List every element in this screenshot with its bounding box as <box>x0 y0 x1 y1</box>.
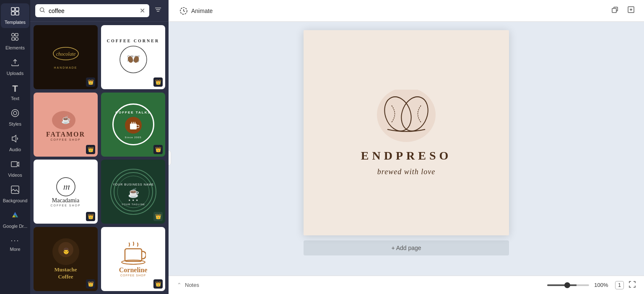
svg-rect-40 <box>612 8 616 13</box>
main-area: Animate ‹ <box>169 0 644 294</box>
text-icon: T <box>12 83 18 94</box>
template-card-chocolate[interactable]: chocolate HANDMADE 👑 <box>34 25 98 89</box>
search-input-wrapper[interactable]: ✕ <box>35 4 149 17</box>
svg-rect-2 <box>11 12 15 15</box>
svg-text:YOUR BUSINESS NAME: YOUR BUSINESS NAME <box>113 183 154 186</box>
templates-icon <box>10 7 20 18</box>
svg-text:👨: 👨 <box>62 248 70 255</box>
chocolate-logo-svg: chocolate <box>49 45 83 66</box>
svg-rect-10 <box>11 162 17 167</box>
fullscreen-button[interactable] <box>629 281 636 289</box>
page-count-button[interactable]: 1 <box>615 281 624 289</box>
template-card-corneline[interactable]: Corneline COFFEE SHOP 👑 <box>101 227 165 291</box>
add-page-top-button[interactable] <box>625 3 637 18</box>
sidebar: Templates Elements Uploads T Text <box>0 0 30 294</box>
crown-badge-macadamia: 👑 <box>86 212 95 221</box>
corneline-name: Corneline <box>119 266 148 274</box>
template-card-coffee-talks[interactable]: COFFEE TALKS Since 2005 👑 <box>101 93 165 157</box>
sidebar-item-videos-label: Videos <box>8 173 22 178</box>
styles-icon <box>10 108 20 120</box>
svg-rect-5 <box>15 34 18 36</box>
sidebar-item-more[interactable]: ··· More <box>1 233 29 255</box>
svg-rect-0 <box>11 8 15 11</box>
crown-badge-coffee-talks: 👑 <box>153 145 163 154</box>
elements-icon <box>10 32 20 44</box>
svg-text:𝔪: 𝔪 <box>62 181 70 192</box>
sidebar-item-templates-label: Templates <box>5 20 26 25</box>
mustache-svg: 👨 <box>47 237 85 266</box>
svg-rect-3 <box>16 12 19 15</box>
crown-badge-green-badge: 👑 <box>153 212 163 221</box>
sidebar-item-audio-label: Audio <box>9 147 21 152</box>
template-card-macadamia[interactable]: 𝔪 Macadamia COFFEE SHOP 👑 <box>34 160 98 224</box>
audio-icon <box>10 134 20 145</box>
svg-point-38 <box>122 260 145 264</box>
template-card-fatamor[interactable]: ☕ FATAMOR COFFEE SHOP 👑 <box>34 93 98 157</box>
google-drive-icon <box>10 211 20 222</box>
notes-chevron-up-button[interactable]: ⌃ <box>177 282 182 288</box>
collapse-panel-handle[interactable]: ‹ <box>169 150 171 165</box>
coffee-corner-content: COFFEE CORNER Cafe and Roastery <box>107 39 159 76</box>
coffee-talks-circle: COFFEE TALKS Since 2005 <box>112 103 154 145</box>
canvas-brand-name: ENDPRESO <box>361 149 452 162</box>
animate-icon <box>179 7 188 15</box>
sidebar-item-elements-label: Elements <box>5 45 25 50</box>
filter-button[interactable] <box>153 4 164 17</box>
fatamor-name: FATAMOR <box>46 131 85 138</box>
chocolate-subtitle: HANDMADE <box>54 66 77 69</box>
templates-grid: chocolate HANDMADE 👑 COFFEE CORNER Cafe … <box>30 22 169 294</box>
svg-text:chocolate: chocolate <box>56 51 75 57</box>
canvas-wrapper: ENDPRESO brewed with love + Add page <box>169 22 644 276</box>
search-bar: ✕ <box>30 0 169 22</box>
sidebar-item-elements[interactable]: Elements <box>1 29 29 54</box>
crown-badge-fatamor: 👑 <box>86 145 95 154</box>
duplicate-page-button[interactable] <box>609 3 621 18</box>
sidebar-item-templates[interactable]: Templates <box>1 3 29 28</box>
macadamia-monogram: 𝔪 <box>53 176 78 197</box>
zoom-percent: 100% <box>594 282 610 288</box>
green-badge-circle: YOUR BUSINESS NAME ☕ ★ ★ ★ YOUR TAGLINE <box>110 169 156 215</box>
search-icon <box>39 7 45 14</box>
macadamia-sub: COFFEE SHOP <box>50 204 80 207</box>
mustache-name: MustacheCoffee <box>54 266 77 281</box>
zoom-slider[interactable] <box>547 284 589 286</box>
sidebar-item-uploads[interactable]: Uploads <box>1 54 29 79</box>
animate-button[interactable]: Animate <box>175 4 217 18</box>
bottom-bar: ⌃ Notes 100% 1 <box>169 276 644 294</box>
template-card-coffee-corner[interactable]: COFFEE CORNER Cafe and Roastery 👑 <box>101 25 165 89</box>
svg-rect-25 <box>130 124 137 129</box>
svg-text:★ ★ ★: ★ ★ ★ <box>128 199 138 201</box>
svg-rect-6 <box>12 38 15 40</box>
background-icon <box>10 185 20 196</box>
uploads-icon <box>10 58 20 69</box>
crown-badge-corneline: 👑 <box>153 279 163 289</box>
canvas-logo-area: ENDPRESO brewed with love <box>361 90 452 176</box>
bottom-right-controls: 100% 1 <box>547 281 636 289</box>
sidebar-item-background[interactable]: Background <box>1 182 29 206</box>
crown-badge-coffee-corner: 👑 <box>153 77 163 87</box>
clear-search-button[interactable]: ✕ <box>140 7 145 15</box>
sidebar-item-audio[interactable]: Audio <box>1 131 29 155</box>
svg-point-8 <box>13 111 17 115</box>
top-bar: Animate <box>169 0 644 22</box>
notes-label: Notes <box>185 282 199 288</box>
crown-badge-mustache: 👑 <box>86 279 95 289</box>
svg-text:☕: ☕ <box>61 115 71 124</box>
fatamor-svg: ☕ <box>49 108 83 131</box>
sidebar-item-styles[interactable]: Styles <box>1 105 29 130</box>
template-card-green-badge[interactable]: YOUR BUSINESS NAME ☕ ★ ★ ★ YOUR TAGLINE … <box>101 160 165 224</box>
canvas[interactable]: ENDPRESO brewed with love <box>304 30 509 235</box>
add-page-button[interactable]: + Add page <box>304 240 509 255</box>
svg-rect-37 <box>125 249 142 261</box>
sidebar-item-text[interactable]: T Text <box>1 80 29 104</box>
template-card-mustache[interactable]: 👨 MustacheCoffee 👑 <box>34 227 98 291</box>
macadamia-name: Macadamia <box>52 197 79 204</box>
sidebar-item-videos[interactable]: Videos <box>1 156 29 181</box>
search-input[interactable] <box>49 8 136 14</box>
corneline-sub: COFFEE SHOP <box>120 274 146 277</box>
sidebar-item-google-drive[interactable]: Google Dr... <box>1 207 29 232</box>
svg-point-4 <box>12 34 15 36</box>
templates-panel: ✕ chocolate HANDMADE 👑 <box>30 0 169 294</box>
svg-point-7 <box>16 38 18 41</box>
videos-icon <box>10 160 20 171</box>
